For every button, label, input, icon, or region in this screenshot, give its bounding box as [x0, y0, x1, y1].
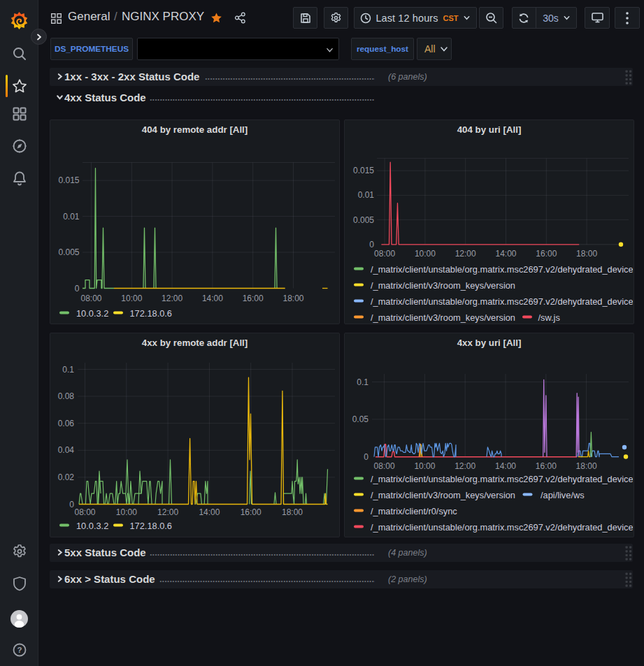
- svg-text:172.18.0.6: 172.18.0.6: [130, 308, 173, 319]
- svg-text:08:00: 08:00: [80, 294, 101, 303]
- svg-text:0.04: 0.04: [58, 445, 75, 455]
- svg-text:/_matrix/client/unstable/org.m: /_matrix/client/unstable/org.matrix.msc2…: [371, 264, 633, 275]
- svg-text:0.08: 0.08: [58, 391, 75, 401]
- svg-text:/_matrix/client/r0/sync: /_matrix/client/r0/sync: [371, 506, 457, 516]
- svg-text:/_matrix/client/v3/room_keys/v: /_matrix/client/v3/room_keys/version: [371, 280, 515, 291]
- svg-text:0.02: 0.02: [58, 472, 75, 482]
- svg-text:08:00: 08:00: [374, 461, 395, 471]
- svg-text:/_matrix/client/v3/room_keys/v: /_matrix/client/v3/room_keys/version: [371, 312, 515, 323]
- svg-text:08:00: 08:00: [374, 249, 395, 259]
- svg-text:18:00: 18:00: [576, 461, 597, 471]
- svg-text:12:00: 12:00: [455, 249, 476, 259]
- svg-text:10:00: 10:00: [415, 249, 436, 259]
- svg-text:10:00: 10:00: [116, 507, 137, 517]
- svg-text:0.015: 0.015: [58, 175, 79, 185]
- svg-text:10:00: 10:00: [414, 461, 435, 471]
- svg-text:0.01: 0.01: [63, 212, 80, 222]
- svg-text:0.005: 0.005: [58, 247, 79, 257]
- svg-text:14:00: 14:00: [495, 249, 516, 259]
- svg-text:12:00: 12:00: [455, 461, 475, 471]
- svg-text:18:00: 18:00: [576, 249, 597, 259]
- svg-text:0.1: 0.1: [62, 365, 74, 375]
- svg-text:0.005: 0.005: [353, 215, 374, 225]
- svg-text:14:00: 14:00: [199, 507, 220, 517]
- svg-text:172.18.0.6: 172.18.0.6: [130, 521, 173, 531]
- svg-text:18:00: 18:00: [282, 294, 303, 303]
- svg-text:18:00: 18:00: [282, 507, 303, 517]
- svg-text:12:00: 12:00: [162, 294, 183, 303]
- svg-text:10.0.3.2: 10.0.3.2: [76, 521, 108, 531]
- svg-text:/_matrix/client/unstable/org.m: /_matrix/client/unstable/org.matrix.msc2…: [371, 522, 633, 533]
- svg-text:08:00: 08:00: [74, 507, 95, 517]
- svg-text:0.06: 0.06: [58, 419, 75, 428]
- svg-text:16:00: 16:00: [536, 461, 557, 471]
- svg-text:/sw.js: /sw.js: [538, 312, 560, 323]
- svg-text:/_matrix/client/unstable/org.m: /_matrix/client/unstable/org.matrix.msc2…: [371, 296, 633, 307]
- svg-text:16:00: 16:00: [536, 249, 557, 259]
- svg-text:14:00: 14:00: [202, 294, 223, 303]
- svg-text:0: 0: [75, 284, 80, 294]
- svg-text:0.01: 0.01: [358, 190, 375, 200]
- svg-text:/api/live/ws: /api/live/ws: [541, 490, 585, 500]
- svg-text:0.05: 0.05: [352, 414, 369, 424]
- svg-text:/_matrix/client/unstable/org.m: /_matrix/client/unstable/org.matrix.msc2…: [371, 474, 633, 484]
- svg-text:0.015: 0.015: [353, 166, 374, 175]
- svg-text:0: 0: [69, 500, 74, 509]
- svg-text:/_matrix/client/v3/room_keys/v: /_matrix/client/v3/room_keys/version: [371, 490, 515, 500]
- svg-text:14:00: 14:00: [495, 461, 516, 471]
- svg-text:0.1: 0.1: [357, 377, 368, 387]
- svg-text:16:00: 16:00: [243, 294, 264, 303]
- svg-text:?: ?: [17, 646, 22, 654]
- svg-text:10.0.3.2: 10.0.3.2: [76, 308, 108, 319]
- svg-text:10:00: 10:00: [121, 294, 142, 303]
- svg-text:0: 0: [369, 240, 374, 249]
- svg-text:12:00: 12:00: [157, 507, 178, 517]
- svg-text:0: 0: [364, 452, 368, 462]
- svg-text:16:00: 16:00: [241, 507, 262, 517]
